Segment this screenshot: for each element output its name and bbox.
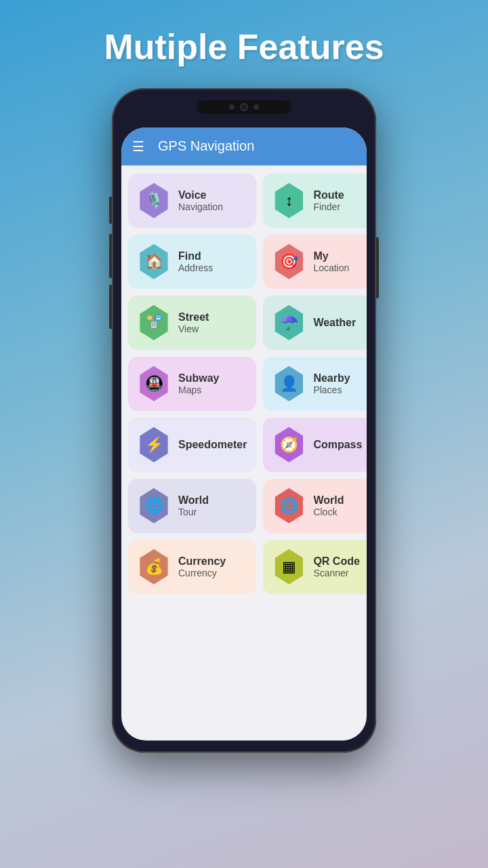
speed-text: Speedometer (178, 438, 247, 451)
grid-item-speed[interactable]: ⚡Speedometer (128, 418, 256, 472)
find-icon-container: 🏠 (138, 244, 170, 279)
worldclock-label-sub: Clock (313, 507, 344, 518)
route-text: RouteFinder (313, 189, 344, 213)
myloc-text: MyLocation (313, 250, 349, 274)
grid-item-voice[interactable]: 🎙️VoiceNavigation (128, 174, 256, 228)
qr-text: QR CodeScanner (313, 555, 359, 579)
street-label-main: Street (178, 311, 209, 323)
nearby-label-sub: Places (313, 384, 350, 396)
qr-label-sub: Scanner (313, 568, 359, 579)
route-icon-container: ↕ (272, 183, 305, 218)
myloc-icon: 🎯 (280, 253, 298, 271)
compass-text: Compass (313, 438, 362, 451)
find-label-main: Find (178, 250, 213, 262)
route-label-main: Route (313, 189, 344, 201)
worldclock-icon: 🌐 (280, 497, 298, 515)
grid-item-street[interactable]: 🚏StreetView (128, 296, 256, 350)
currency-label-main: Currency (178, 555, 226, 568)
page-title: Mutiple Features (104, 27, 384, 68)
weather-label-main: Weather (313, 316, 356, 329)
weather-text: Weather (313, 316, 356, 329)
find-icon: 🏠 (145, 253, 163, 271)
phone-camera (197, 100, 291, 114)
grid-item-route[interactable]: ↕RouteFinder (263, 174, 367, 228)
phone-screen: ☰ GPS Navigation 🎙️VoiceNavigation↕Route… (121, 127, 367, 741)
voice-label-main: Voice (178, 189, 223, 201)
street-label-sub: View (178, 323, 209, 335)
street-icon-container: 🚏 (138, 305, 170, 340)
voice-text: VoiceNavigation (178, 189, 223, 213)
grid-item-currency[interactable]: 💰CurrencyCurrency (128, 540, 256, 594)
currency-icon-container: 💰 (138, 549, 170, 585)
app-bar-title: GPS Navigation (158, 138, 254, 154)
nearby-icon: 👤 (280, 375, 298, 393)
myloc-label-sub: Location (313, 262, 349, 274)
features-grid: 🎙️VoiceNavigation↕RouteFinder🏠FindAddres… (121, 165, 367, 741)
worldtour-icon: 🌐 (145, 497, 163, 515)
worldtour-text: WorldTour (178, 494, 209, 518)
speed-icon: ⚡ (145, 436, 163, 454)
speed-icon-container: ⚡ (138, 427, 170, 462)
phone-device: ☰ GPS Navigation 🎙️VoiceNavigation↕Route… (112, 88, 376, 753)
worldtour-icon-container: 🌐 (138, 488, 170, 524)
myloc-icon-container: 🎯 (272, 244, 305, 279)
subway-text: SubwayMaps (178, 372, 219, 396)
nearby-icon-container: 👤 (272, 366, 305, 401)
grid-item-find[interactable]: 🏠FindAddress (128, 235, 256, 289)
phone-button-vol-indicator (109, 197, 112, 224)
grid-item-worldclock[interactable]: 🌐WorldClock (263, 479, 367, 533)
grid-item-worldtour[interactable]: 🌐WorldTour (128, 479, 256, 533)
worldtour-label-sub: Tour (178, 507, 209, 518)
menu-icon[interactable]: ☰ (132, 138, 144, 155)
nearby-text: NearbyPlaces (313, 372, 350, 396)
currency-label-sub: Currency (178, 568, 226, 579)
find-label-sub: Address (178, 262, 213, 274)
qr-label-main: QR Code (313, 555, 359, 568)
phone-button-power (376, 237, 379, 298)
myloc-label-main: My (313, 250, 349, 262)
grid-item-weather[interactable]: ☂️Weather (263, 296, 367, 350)
subway-icon-container: 🚇 (138, 366, 170, 401)
worldclock-text: WorldClock (313, 494, 344, 518)
grid-item-qr[interactable]: ▦QR CodeScanner (263, 540, 367, 594)
app-bar: ☰ GPS Navigation (121, 127, 367, 165)
currency-text: CurrencyCurrency (178, 555, 226, 579)
weather-icon-container: ☂️ (272, 305, 305, 340)
grid-item-nearby[interactable]: 👤NearbyPlaces (263, 357, 367, 411)
subway-label-sub: Maps (178, 384, 219, 396)
route-label-sub: Finder (313, 201, 344, 213)
voice-icon-container: 🎙️ (138, 183, 170, 218)
grid-item-subway[interactable]: 🚇SubwayMaps (128, 357, 256, 411)
worldclock-label-main: World (313, 494, 344, 507)
currency-icon: 💰 (145, 558, 163, 576)
qr-icon: ▦ (282, 558, 296, 576)
compass-label-main: Compass (313, 438, 362, 451)
route-icon: ↕ (285, 192, 293, 210)
grid-item-myloc[interactable]: 🎯MyLocation (263, 235, 367, 289)
nearby-label-main: Nearby (313, 372, 350, 384)
subway-label-main: Subway (178, 372, 219, 384)
street-text: StreetView (178, 311, 209, 335)
find-text: FindAddress (178, 250, 213, 274)
worldtour-label-main: World (178, 494, 209, 507)
street-icon: 🚏 (145, 314, 163, 332)
weather-icon: ☂️ (280, 314, 298, 332)
phone-button-vol-up (109, 234, 112, 278)
compass-icon-container: 🧭 (272, 427, 305, 462)
worldclock-icon-container: 🌐 (272, 488, 305, 524)
compass-icon: 🧭 (280, 436, 298, 454)
grid-item-compass[interactable]: 🧭Compass (263, 418, 367, 472)
subway-icon: 🚇 (145, 375, 163, 393)
speed-label-main: Speedometer (178, 438, 247, 451)
qr-icon-container: ▦ (272, 549, 305, 585)
voice-icon: 🎙️ (145, 192, 163, 210)
phone-button-vol-down (109, 285, 112, 329)
voice-label-sub: Navigation (178, 201, 223, 213)
